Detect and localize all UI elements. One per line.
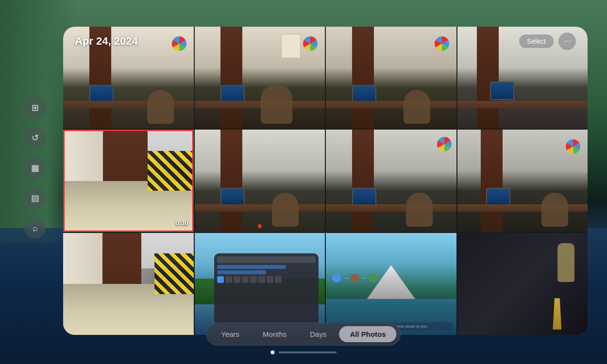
scroll-indicator — [270, 350, 337, 354]
photo-cell-10[interactable] — [195, 233, 325, 335]
date-title: Apr 24, 2024 — [75, 35, 138, 48]
video-duration: 0:30 — [175, 219, 188, 227]
yellow-stripes — [148, 151, 192, 191]
sidebar-search-icon[interactable]: ⌕ — [24, 217, 46, 239]
app-popup — [214, 253, 319, 325]
photo-cell-5-selected[interactable]: 0:30 — [63, 130, 194, 232]
hallway-scene-partial — [63, 233, 194, 335]
header-buttons: Select ··· — [519, 33, 576, 50]
icon-green — [369, 274, 378, 282]
photo-cell-6[interactable] — [195, 130, 325, 232]
spin-wheel-icon — [437, 137, 452, 151]
record-indicator — [258, 224, 262, 228]
hallway-scene — [65, 131, 192, 230]
cell-content-7 — [326, 130, 456, 232]
more-button[interactable]: ··· — [558, 33, 576, 50]
tab-months[interactable]: Months — [252, 326, 297, 342]
bottom-navigation: Years Months Days All Photos — [206, 323, 401, 354]
photo-cell-8[interactable] — [457, 130, 588, 232]
photo-cell-7[interactable] — [326, 130, 456, 232]
photo-cell-12[interactable] — [457, 233, 588, 335]
icon-brown — [351, 274, 359, 282]
cell-content-8 — [457, 130, 588, 232]
photos-window: Apr 24, 2024 Select ··· — [63, 27, 588, 335]
sidebar-memories-icon[interactable]: ↺ — [24, 127, 46, 149]
scroll-dot-active — [270, 350, 274, 354]
tab-all-photos[interactable]: All Photos — [339, 326, 397, 342]
tab-days[interactable]: Days — [299, 326, 337, 342]
sidebar-library-icon[interactable]: ▤ — [24, 187, 46, 209]
photo-cell-11[interactable]: → → For best experience, pull this app w… — [326, 233, 456, 335]
sidebar-albums-icon[interactable]: ▦ — [24, 157, 46, 179]
icon-blue — [332, 274, 341, 282]
icons-row: → → — [332, 274, 450, 282]
photo-cell-9[interactable] — [63, 233, 194, 335]
window-header: Apr 24, 2024 Select ··· — [63, 27, 588, 56]
sidebar: ⊞ ↺ ▦ ▤ ⌕ — [24, 97, 46, 239]
yellow-stripes — [154, 253, 194, 294]
tab-years[interactable]: Years — [210, 326, 250, 342]
nav-tabs: Years Months Days All Photos — [206, 323, 401, 346]
sidebar-photos-icon[interactable]: ⊞ — [24, 97, 46, 118]
cell-content-6 — [195, 130, 325, 232]
photo-grid: 0:30 — [63, 27, 588, 335]
select-button[interactable]: Select — [519, 34, 554, 48]
scroll-bar — [278, 351, 337, 353]
